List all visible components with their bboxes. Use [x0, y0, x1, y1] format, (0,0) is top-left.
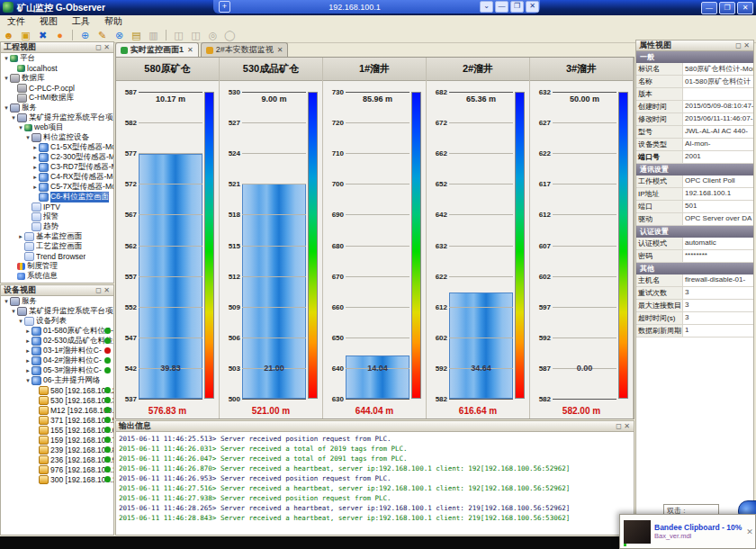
device-tree-item[interactable]: ▸02-530成品矿仓料位C-: [1, 336, 113, 346]
stop-icon[interactable]: ◯: [223, 29, 237, 41]
menu-item-3[interactable]: 帮助: [97, 15, 130, 28]
expand-icon[interactable]: ▸: [24, 338, 32, 345]
collapse-icon[interactable]: ▾: [17, 124, 24, 131]
project-tree-item[interactable]: ▾数据库: [1, 73, 113, 83]
property-row[interactable]: 版本: [636, 88, 753, 101]
tab-1[interactable]: 2#本安数据监视✕: [201, 42, 289, 57]
collapse-icon[interactable]: ▾: [10, 114, 17, 122]
project-tree-item[interactable]: ▾料位监控设备: [1, 132, 113, 142]
panel-close-icon[interactable]: ✕: [103, 286, 111, 294]
property-row[interactable]: 修改时间2015/06/11-11:46:07-: [636, 113, 753, 126]
expand-icon[interactable]: ▸: [32, 174, 39, 181]
collapse-icon[interactable]: ▾: [10, 308, 17, 315]
project-tree-item[interactable]: C-PLC-P.ocpl: [1, 83, 113, 93]
add-icon[interactable]: ⊕: [78, 29, 92, 41]
connect-user-icon[interactable]: ☻: [2, 29, 15, 41]
property-row[interactable]: 端口501: [636, 201, 753, 213]
project-tree-item[interactable]: 系统信息: [1, 271, 113, 281]
maximize-button[interactable]: ❐: [719, 2, 735, 14]
property-row[interactable]: 主机名firewall-disable-01-: [636, 274, 753, 287]
property-row[interactable]: 认证模式automatic: [636, 238, 753, 250]
menu-item-2[interactable]: 工具: [65, 15, 97, 28]
device-tree-item[interactable]: 976 [192.168.100.10]-: [1, 464, 113, 474]
project-tree-item[interactable]: 制度管理: [1, 261, 113, 271]
disconnect-icon[interactable]: ✖: [36, 29, 50, 41]
collapse-icon[interactable]: ▾: [3, 55, 10, 62]
project-tree-item[interactable]: ▸C3-RD7型传感器-Mon-: [1, 162, 113, 172]
project-tree-item[interactable]: 工艺监控画面: [1, 241, 113, 251]
device-tree-item[interactable]: 300 [192.168.100.11]-: [1, 474, 113, 484]
device-tree-item[interactable]: ▾某矿提升监控系统平台项目-: [1, 306, 113, 316]
project-tree-item[interactable]: ▸C2-300型传感器-Mon-: [1, 152, 113, 162]
collapse-icon[interactable]: ▾: [24, 134, 32, 141]
device-tree-item[interactable]: ▾服务: [1, 296, 113, 306]
panel-pin-icon[interactable]: ◻: [94, 43, 103, 51]
open-folder-icon[interactable]: ▣: [19, 29, 32, 41]
property-row[interactable]: 创建时间2015/05/09-08:10:47-: [636, 101, 753, 113]
close-button[interactable]: ✕: [737, 2, 753, 14]
collapse-icon[interactable]: ▾: [3, 298, 10, 305]
expand-icon[interactable]: ▸: [32, 184, 39, 191]
panel-close-icon[interactable]: ✕: [103, 43, 111, 51]
form-icon[interactable]: ▤: [130, 29, 143, 41]
tab-close-icon[interactable]: ✕: [277, 46, 284, 54]
property-row[interactable]: 设备类型AI-mon-: [636, 139, 753, 151]
project-tree-item[interactable]: localhost: [1, 63, 113, 73]
project-tree-item[interactable]: IPTV: [1, 202, 113, 212]
project-tree-item[interactable]: ▾web项目: [1, 122, 113, 132]
record-icon[interactable]: ◎: [206, 29, 220, 41]
project-tree-item[interactable]: ▸C5-7X型传感器-Mon-: [1, 182, 113, 192]
device-tree-item[interactable]: 371 [192.168.100.5]-: [1, 415, 113, 425]
collapse-icon[interactable]: ▾: [3, 75, 10, 82]
edit-icon[interactable]: ✎: [95, 29, 109, 41]
popup-close-icon[interactable]: ✕: [744, 527, 755, 536]
expand-icon[interactable]: ▸: [24, 347, 32, 355]
device-tree-item[interactable]: 580 [192.168.100.2]-: [1, 385, 113, 395]
property-row[interactable]: 最大连接数目3: [636, 300, 753, 312]
session-control-button[interactable]: ❐: [510, 1, 524, 13]
device-tree-item[interactable]: 155 [192.168.100.6]-: [1, 425, 113, 435]
delete-icon[interactable]: ⊗: [112, 29, 126, 41]
property-row[interactable]: 端口号2001: [636, 151, 753, 164]
project-tree-item[interactable]: C6-料位监控画面: [1, 192, 113, 202]
expand-icon[interactable]: ▸: [24, 367, 32, 374]
monitor-2-icon[interactable]: ◫: [189, 29, 202, 41]
project-tree-item[interactable]: C-HMI数据库: [1, 93, 113, 103]
project-tree-item[interactable]: ▸C1-5X型传感器-Mon-: [1, 142, 113, 152]
menu-item-1[interactable]: 视图: [32, 15, 65, 28]
expand-icon[interactable]: ▸: [24, 357, 32, 364]
collapse-icon[interactable]: ▾: [17, 318, 24, 325]
project-tree-item[interactable]: ▸C4-RX型传感器-Mon-: [1, 172, 113, 182]
device-tree-item[interactable]: ▾06-主井提升网络: [1, 375, 113, 385]
property-row[interactable]: 型号JWL-AL-AI AC 440-: [636, 126, 753, 139]
property-row[interactable]: 密码********: [636, 250, 753, 263]
property-row[interactable]: 驱动OPC Server over DA: [636, 213, 753, 226]
project-tree-item[interactable]: ▾平台: [1, 53, 113, 63]
device-tree-item[interactable]: 239 [192.168.100.8]-: [1, 445, 113, 454]
session-tab[interactable]: + 192.168.100.1 ⌄—❐✕: [213, 0, 540, 14]
clipboard-popup[interactable]: Bandee Clipboard - 10% Bax_ver.mdl ✕: [619, 514, 756, 549]
panel-pin-icon[interactable]: ◻: [734, 41, 742, 50]
minimize-button[interactable]: —: [701, 2, 717, 14]
device-tree-item[interactable]: ▸04-2#溜井料位C-: [1, 356, 113, 365]
device-tree-item[interactable]: ▾设备列表: [1, 316, 113, 326]
tab-0[interactable]: 实时监控画面1✕: [115, 42, 199, 57]
session-control-button[interactable]: —: [495, 1, 508, 13]
device-tree-item[interactable]: ▸03-1#溜井料位C-: [1, 346, 113, 356]
project-tree-item[interactable]: Trend Browser: [1, 251, 113, 261]
project-tree-item[interactable]: ▾服务: [1, 103, 113, 112]
property-row[interactable]: 工作模式OPC Client Poll: [636, 176, 753, 188]
expand-icon[interactable]: ▸: [17, 233, 24, 240]
device-tree-item[interactable]: 236 [192.168.100.9]-: [1, 454, 113, 464]
expand-icon[interactable]: ▸: [32, 164, 39, 171]
collapse-icon[interactable]: ▾: [24, 377, 32, 384]
panel-pin-icon[interactable]: ◻: [94, 286, 103, 294]
project-tree-item[interactable]: 趋势: [1, 221, 113, 231]
project-tree-item[interactable]: ▸基本监控画面: [1, 231, 113, 241]
panel-pin-icon[interactable]: ◻: [615, 422, 623, 430]
property-row[interactable]: 名称01-580原矿仓料位计: [636, 76, 753, 88]
save-icon[interactable]: ▥: [147, 29, 160, 41]
device-tree-item[interactable]: ▸01-580原矿仓料位C-: [1, 326, 113, 336]
panel-close-icon[interactable]: ✕: [742, 41, 751, 50]
panel-close-icon[interactable]: ✕: [623, 422, 631, 430]
